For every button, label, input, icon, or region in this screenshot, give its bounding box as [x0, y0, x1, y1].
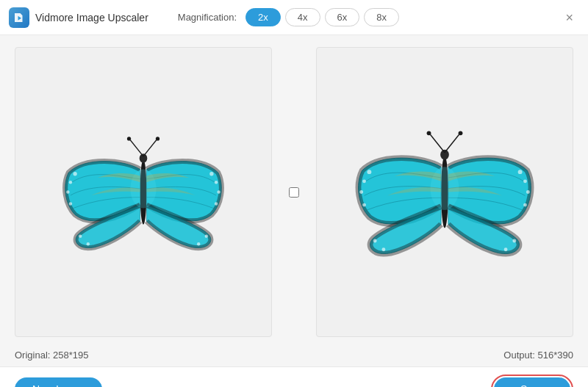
title-bar: Vidmore Image Upscaler Magnification: 2x…	[0, 0, 588, 35]
output-butterfly	[317, 48, 573, 336]
divider-area	[284, 47, 304, 337]
svg-point-2	[140, 153, 148, 162]
svg-point-5	[127, 137, 131, 140]
svg-point-36	[512, 239, 516, 243]
original-dimensions: Original: 258*195	[15, 350, 88, 361]
svg-point-34	[526, 190, 530, 194]
original-butterfly-svg	[59, 120, 228, 264]
svg-point-31	[381, 247, 385, 251]
app-logo-icon	[9, 7, 29, 28]
svg-point-8	[69, 181, 72, 184]
logo-svg	[12, 11, 26, 24]
svg-point-26	[367, 170, 371, 174]
svg-point-18	[197, 242, 200, 245]
svg-point-14	[215, 181, 218, 184]
original-image-panel	[15, 47, 272, 337]
output-dimensions: Output: 516*390	[503, 350, 573, 361]
svg-point-28	[359, 190, 363, 194]
svg-point-30	[373, 239, 377, 243]
svg-line-22	[430, 134, 445, 152]
svg-point-9	[66, 190, 69, 193]
mag-2x-button[interactable]: 2x	[245, 8, 281, 26]
svg-point-24	[427, 131, 431, 135]
svg-point-13	[209, 172, 213, 176]
new-image-button[interactable]: New Image	[15, 377, 102, 388]
svg-line-23	[445, 134, 459, 152]
mag-8x-button[interactable]: 8x	[364, 8, 399, 26]
output-image-panel	[316, 47, 573, 337]
svg-line-4	[143, 140, 157, 156]
svg-point-35	[523, 203, 527, 207]
magnification-buttons: 2x 4x 6x 8x	[245, 8, 399, 26]
svg-point-33	[523, 179, 527, 183]
svg-point-29	[362, 203, 366, 207]
svg-point-27	[362, 179, 366, 183]
info-bar: Original: 258*195 Output: 516*390	[0, 343, 588, 366]
svg-point-16	[215, 202, 218, 205]
original-butterfly	[15, 48, 271, 336]
output-butterfly-svg	[349, 113, 540, 271]
svg-point-11	[79, 234, 82, 237]
svg-point-25	[459, 131, 463, 135]
svg-point-21	[440, 150, 449, 160]
svg-point-17	[205, 234, 208, 237]
compare-checkbox[interactable]	[289, 187, 299, 198]
svg-point-15	[217, 190, 220, 193]
magnification-label: Magnification:	[178, 12, 237, 23]
svg-point-6	[156, 137, 159, 140]
svg-line-3	[130, 140, 143, 156]
svg-point-32	[518, 170, 523, 174]
mag-4x-button[interactable]: 4x	[285, 8, 320, 26]
main-content	[0, 35, 588, 343]
svg-point-37	[504, 247, 508, 251]
save-button[interactable]: Save	[494, 377, 570, 388]
footer: New Image Save	[0, 366, 588, 387]
save-button-wrapper: Save	[491, 375, 573, 388]
svg-point-10	[69, 202, 72, 205]
close-button[interactable]: ×	[561, 8, 578, 27]
svg-point-12	[87, 242, 90, 245]
mag-6x-button[interactable]: 6x	[325, 8, 360, 26]
app-title: Vidmore Image Upscaler	[35, 12, 148, 23]
svg-point-7	[73, 172, 76, 176]
